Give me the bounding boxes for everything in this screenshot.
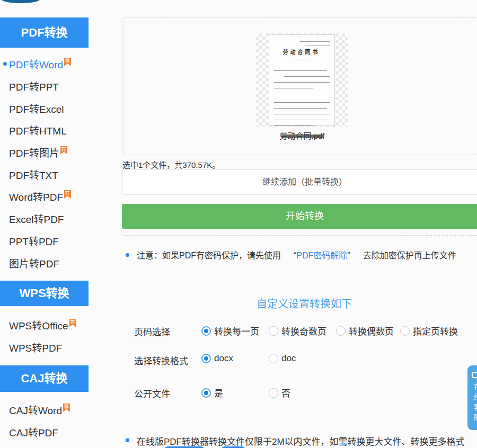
option-doc[interactable]: doc (269, 353, 296, 364)
tip-bullet-icon (126, 438, 129, 442)
sidebar-item-wps-to-office[interactable]: WPS转Office 荐 (0, 314, 89, 336)
sidebar-item-label: PDF转Word (9, 57, 63, 71)
recommend-badge-icon: 荐 (69, 319, 76, 327)
option-label: 转换奇数页 (281, 324, 326, 337)
option-label: docx (214, 353, 233, 364)
sidebar-item-label: PDF转图片 (9, 145, 59, 159)
option-label: 否 (281, 386, 290, 399)
option-label: doc (281, 353, 296, 364)
password-note: 注意：如果PDF有密码保护，请先使用“PDF密码解除”去除加密保护再上传文件 (137, 249, 472, 263)
start-convert-button[interactable]: 开始转换 (122, 204, 477, 229)
row-label: 公开文件 (134, 387, 170, 400)
sidebar-item-pdf-to-txt[interactable]: PDF转TXT (0, 163, 89, 185)
sidebar-item-label: Word转PDF (9, 189, 63, 203)
note-suffix: 去除加密保护再上传文件 (363, 251, 456, 260)
recommend-badge-icon: 荐 (64, 58, 71, 66)
sidebar-item-label: WPS转PDF (9, 340, 62, 354)
logo-fragment (1, 0, 40, 3)
radio-icon[interactable] (269, 326, 278, 336)
option-docx[interactable]: docx (201, 353, 233, 364)
sidebar-group-caj: CAJ转Word 荐 CAJ转PDF (0, 399, 89, 443)
sidebar-item-pdf-to-excel[interactable]: PDF转Excel (0, 97, 89, 119)
option-convert-odd-pages[interactable]: 转换奇数页 (269, 324, 326, 337)
option-label: 转换偶数页 (349, 324, 394, 337)
sidebar-item-label: Excel转PDF (9, 211, 64, 226)
radio-icon[interactable] (201, 354, 211, 363)
online-service-label: 在线客服 (472, 383, 477, 424)
sidebar-item-label: PDF转Excel (9, 101, 64, 115)
sidebar-item-excel-to-pdf[interactable]: Excel转PDF (0, 208, 89, 230)
sidebar-header-caj-convert: CAJ转换 (0, 365, 89, 392)
option-convert-specified-pages[interactable]: 指定页转换 (400, 324, 458, 337)
sidebar-item-pdf-to-ppt[interactable]: PDF转PPT (0, 75, 89, 97)
row-label: 选择转换格式 (134, 354, 188, 367)
option-public-yes[interactable]: 是 (201, 386, 223, 399)
option-public-no[interactable]: 否 (269, 386, 290, 399)
sidebar-header-wps-convert: WPS转换 (0, 281, 89, 306)
note-bullet-icon (126, 253, 129, 257)
sidebar-item-ppt-to-pdf[interactable]: PPT转PDF (0, 230, 89, 252)
quote-close: ” (347, 251, 350, 260)
sidebar-item-pdf-to-html[interactable]: PDF转HTML (0, 119, 89, 141)
file-thumbnail[interactable]: 劳动合同书 (256, 33, 348, 127)
sidebar-item-label: PDF转PPT (9, 79, 59, 93)
active-bullet-icon (3, 62, 7, 66)
online-service-button[interactable]: 在线客服 (467, 365, 477, 430)
sidebar-item-caj-to-word[interactable]: CAJ转Word 荐 (0, 399, 89, 421)
size-limit-tip: 在线版PDF转换器转换文件仅限于2M以内文件，如需转换更大文件、转换更多格式 (137, 434, 477, 447)
settings-title: 自定义设置转换如下 (121, 295, 477, 311)
preview-doc-title: 劳动合同书 (273, 48, 330, 56)
sidebar-item-pdf-to-image[interactable]: PDF转图片 荐 (0, 141, 89, 164)
sidebar-item-label: CAJ转PDF (9, 425, 58, 439)
radio-icon[interactable] (336, 326, 346, 336)
radio-icon[interactable] (400, 326, 410, 336)
note-prefix: 注意：如果PDF有密码保护，请先使用 (137, 251, 281, 260)
sidebar-item-label: PDF转TXT (9, 167, 58, 182)
chat-bubble-icon (472, 372, 477, 378)
sidebar-group-wps: WPS转Office 荐 WPS转PDF (0, 314, 89, 358)
recommend-badge-icon: 荐 (60, 146, 67, 155)
pdf-password-remove-link[interactable]: PDF密码解除 (296, 251, 347, 260)
sidebar-header-pdf-convert: PDF转换 (0, 17, 89, 48)
sidebar-item-pdf-to-word[interactable]: PDF转Word 荐 (0, 53, 89, 75)
option-convert-even-pages[interactable]: 转换偶数页 (336, 324, 394, 337)
sidebar-item-label: PPT转PDF (9, 234, 59, 248)
sidebar-item-label: CAJ转Word (9, 402, 62, 417)
sidebar-item-label: 图片转PDF (9, 256, 59, 270)
add-more-files-button[interactable]: 继续添加（批量转换） (122, 169, 477, 195)
sidebar-item-label: WPS转Office (9, 318, 68, 332)
recommend-badge-icon: 荐 (64, 190, 71, 199)
option-convert-every-page[interactable]: 转换每一页 (201, 324, 259, 337)
row-label: 页码选择 (134, 325, 170, 338)
sidebar-item-image-to-pdf[interactable]: 图片转PDF (0, 252, 89, 274)
sidebar-group-pdf: PDF转Word 荐 PDF转PPT PDF转Excel PDF转HTML PD… (0, 53, 89, 274)
sidebar-item-label: PDF转HTML (9, 123, 67, 137)
radio-icon[interactable] (269, 354, 278, 363)
option-label: 转换每一页 (214, 324, 259, 337)
sidebar-item-caj-to-pdf[interactable]: CAJ转PDF (0, 421, 89, 443)
recommend-badge-icon: 荐 (63, 404, 70, 412)
radio-icon[interactable] (201, 326, 211, 336)
sidebar-item-word-to-pdf[interactable]: Word转PDF 荐 (0, 185, 89, 208)
option-label: 指定页转换 (413, 324, 458, 337)
pdf-preview-page: 劳动合同书 (269, 34, 335, 126)
sidebar-item-wps-to-pdf[interactable]: WPS转PDF (0, 336, 89, 359)
radio-icon[interactable] (201, 388, 211, 398)
option-label: 是 (214, 386, 223, 399)
selection-summary: 选中1个文件，共370.57K。 (122, 159, 220, 170)
file-name: 劳动合同.pdf (255, 130, 349, 141)
radio-icon[interactable] (269, 388, 278, 398)
